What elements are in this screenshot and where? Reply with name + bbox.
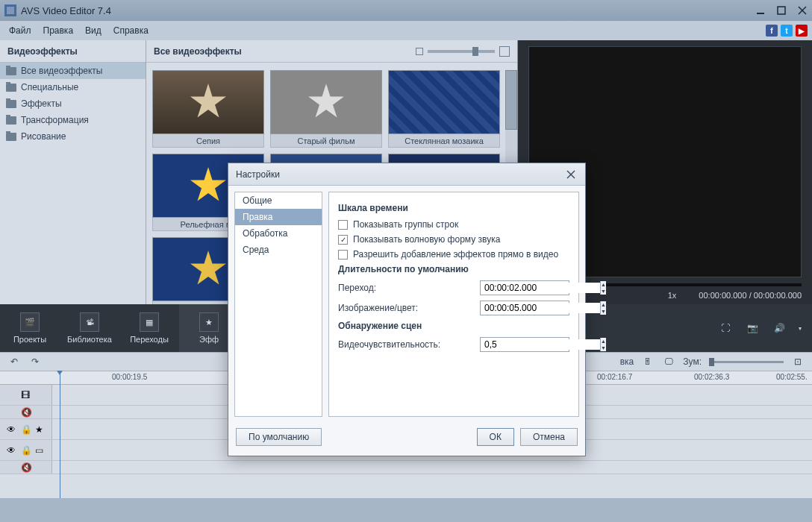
edit-label: вка <box>620 356 634 367</box>
checkbox-show-waveform[interactable]: ✓Показывать волновую форму звука <box>338 234 569 245</box>
svg-rect-1 <box>7 7 14 14</box>
gallery-scrollthumb[interactable] <box>505 70 517 130</box>
effect-thumb[interactable]: Старый фильм <box>270 70 382 148</box>
sidebar-item-special[interactable]: Специальные <box>0 79 146 95</box>
checkbox-icon <box>338 250 348 260</box>
app-title: AVS Video Editor 7.4 <box>21 5 755 16</box>
time-current: 00:00:00.000 <box>699 291 746 300</box>
app-logo-icon <box>4 4 16 16</box>
youtube-icon[interactable]: ▶ <box>796 25 808 37</box>
spin-down-icon[interactable]: ▼ <box>601 308 606 315</box>
minimize-button[interactable] <box>755 5 766 16</box>
image-field[interactable] <box>481 303 600 313</box>
tab-transitions[interactable]: ▦Переходы <box>119 304 179 352</box>
zoom-label: Зум: <box>683 356 702 367</box>
settings-nav-general[interactable]: Общие <box>235 192 322 209</box>
audio-track-2[interactable]: 🔇 <box>0 461 812 474</box>
folder-icon <box>6 133 16 141</box>
button-label: ОК <box>490 432 502 442</box>
eye-icon[interactable]: 👁 <box>7 445 17 456</box>
maximize-button[interactable] <box>776 5 787 16</box>
snapshot-icon[interactable]: 📷 <box>745 321 760 336</box>
sidebar-item-label: Все видеоэффекты <box>21 66 103 76</box>
spin-down-icon[interactable]: ▼ <box>601 345 606 351</box>
spin-up-icon[interactable]: ▲ <box>601 301 606 308</box>
default-button[interactable]: По умолчанию <box>236 428 322 446</box>
close-button[interactable] <box>797 5 808 16</box>
dialog-title: Настройки <box>236 169 280 180</box>
timeline-playhead[interactable] <box>60 371 60 498</box>
spin-up-icon[interactable]: ▲ <box>601 281 606 288</box>
settings-content: Шкала времени Показывать группы строк ✓П… <box>328 192 579 417</box>
ruler-tick: 00:00:19.5 <box>112 373 147 381</box>
display-icon[interactable]: 🖵 <box>662 356 675 368</box>
lock-icon[interactable]: 🔒 <box>21 445 31 456</box>
folder-icon <box>6 84 16 92</box>
transition-label: Переход: <box>338 283 480 293</box>
sidebar-item-effects[interactable]: Эффекты <box>0 95 146 112</box>
transition-duration-input[interactable]: ▲▼ <box>480 280 569 295</box>
menubar: Файл Правка Вид Справка f t ▶ <box>0 21 812 40</box>
settings-dialog: Настройки Общие Правка Обработка Среда Ш… <box>228 163 586 456</box>
image-duration-input[interactable]: ▲▼ <box>480 301 569 315</box>
section-timeline: Шкала времени <box>338 203 569 213</box>
facebook-icon[interactable]: f <box>766 25 778 37</box>
fit-zoom-icon[interactable]: ⊡ <box>791 356 805 368</box>
overlay-icon: ▭ <box>35 445 46 456</box>
thumb-label: Старый фильм <box>270 134 382 148</box>
menu-view[interactable]: Вид <box>81 24 106 37</box>
image-label: Изображение/цвет: <box>338 303 480 313</box>
dialog-close-button[interactable] <box>564 168 578 181</box>
volume-chevron-icon[interactable]: ▾ <box>799 325 802 332</box>
mute-icon[interactable]: 🔇 <box>21 407 31 418</box>
ruler-tick: 00:02:55. <box>776 373 808 381</box>
checkbox-show-groups[interactable]: Показывать группы строк <box>338 219 569 230</box>
redo-button[interactable]: ↷ <box>28 356 42 368</box>
sidebar-item-all[interactable]: Все видеоэффекты <box>0 63 146 79</box>
sidebar-item-label: Рисование <box>21 131 66 142</box>
menu-edit[interactable]: Правка <box>39 24 78 37</box>
settings-nav-processing[interactable]: Обработка <box>235 225 322 242</box>
settings-nav-edit[interactable]: Правка <box>235 209 322 225</box>
folder-icon <box>6 100 16 108</box>
sidebar-item-drawing[interactable]: Рисование <box>0 128 146 145</box>
menu-file[interactable]: Файл <box>4 24 36 37</box>
audio-settings-icon[interactable]: 🎚 <box>641 356 655 368</box>
mute-icon[interactable]: 🔇 <box>21 462 31 473</box>
spin-down-icon[interactable]: ▼ <box>601 288 606 295</box>
tab-library[interactable]: 📽Библиотека <box>60 304 119 352</box>
volume-icon[interactable]: 🔊 <box>772 321 787 336</box>
twitter-icon[interactable]: t <box>781 25 793 37</box>
section-durations: Длительности по умолчанию <box>338 264 569 274</box>
tab-label: Переходы <box>130 335 169 344</box>
thumb-large-icon[interactable] <box>499 46 510 57</box>
lock-icon[interactable]: 🔒 <box>21 424 31 435</box>
tab-projects[interactable]: 🎬Проекты <box>0 304 60 352</box>
cancel-button[interactable]: Отмена <box>520 428 578 446</box>
settings-nav-env[interactable]: Среда <box>235 242 322 258</box>
checkbox-direct-effects[interactable]: Разрешить добавление эффектов прямо в ви… <box>338 249 569 260</box>
thumb-size-slider[interactable] <box>428 50 495 53</box>
effect-thumb[interactable]: Стеклянная мозаика <box>388 70 500 148</box>
sidebar-item-transform[interactable]: Трансформация <box>0 112 146 128</box>
star-icon: ★ <box>199 312 219 332</box>
menu-help[interactable]: Справка <box>109 24 153 37</box>
folder-icon <box>6 116 16 125</box>
sensitivity-field[interactable] <box>481 339 600 350</box>
clapper-icon: 🎬 <box>20 312 40 332</box>
fullscreen-icon[interactable]: ⛶ <box>718 321 733 336</box>
checkbox-label: Показывать группы строк <box>353 219 458 230</box>
eye-icon[interactable]: 👁 <box>7 424 17 435</box>
zoom-slider[interactable] <box>709 361 784 363</box>
sensitivity-input[interactable]: ▲▼ <box>480 337 569 352</box>
button-label: По умолчанию <box>249 432 309 442</box>
ok-button[interactable]: ОК <box>477 428 514 446</box>
spin-up-icon[interactable]: ▲ <box>601 338 606 345</box>
titlebar: AVS Video Editor 7.4 <box>0 0 812 21</box>
undo-button[interactable]: ↶ <box>7 356 21 368</box>
effect-thumb[interactable]: Сепия <box>152 70 264 148</box>
thumb-small-icon[interactable] <box>416 48 423 55</box>
sidebar-item-label: Специальные <box>21 82 78 92</box>
transition-field[interactable] <box>481 283 600 293</box>
button-label: Отмена <box>533 432 565 442</box>
